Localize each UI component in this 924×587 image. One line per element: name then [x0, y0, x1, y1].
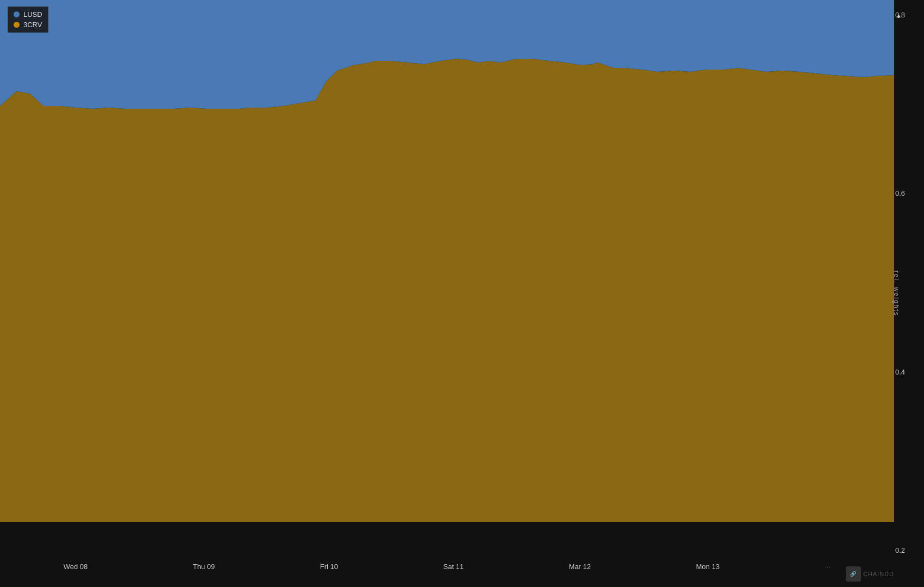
lusd-label: LUSD: [23, 10, 42, 18]
watermark-text: CHAINDD: [863, 571, 894, 577]
y-tick-02: 0.2: [895, 546, 905, 554]
x-tick-tue: ···: [825, 563, 831, 571]
x-tick-mar: Mar 12: [569, 563, 591, 571]
watermark: 🔗 CHAINDD: [846, 566, 894, 582]
crv-label: 3CRV: [23, 21, 42, 29]
watermark-logo-text: 🔗: [850, 571, 856, 577]
chart-legend: LUSD 3CRV: [8, 7, 48, 33]
crv-area: [0, 59, 894, 522]
y-tick-06: 0.6: [895, 189, 905, 197]
lusd-dot: [14, 11, 20, 17]
y-tick-08: 0.8: [895, 11, 905, 19]
watermark-logo: 🔗: [846, 566, 861, 582]
x-tick-mon: Mon 13: [696, 563, 720, 571]
x-tick-sat: Sat 11: [443, 563, 464, 571]
x-axis-ticks: Wed 08 Thu 09 Fri 10 Sat 11 Mar 12 Mon 1…: [0, 563, 894, 571]
chart-container: LUSD 3CRV 0.8 0.6 0.4 0.2 rel. weights W…: [0, 0, 924, 587]
legend-item-lusd: LUSD: [14, 10, 42, 18]
x-tick-fri: Fri 10: [320, 563, 338, 571]
chart-svg: [0, 0, 894, 554]
x-tick-thu: Thu 09: [193, 563, 215, 571]
marker-dot: [897, 15, 900, 18]
crv-dot: [14, 22, 20, 28]
x-tick-wed: Wed 08: [64, 563, 88, 571]
y-tick-04: 0.4: [895, 368, 905, 376]
y-axis-label: rel. weights: [893, 271, 901, 317]
legend-item-3crv: 3CRV: [14, 21, 42, 29]
